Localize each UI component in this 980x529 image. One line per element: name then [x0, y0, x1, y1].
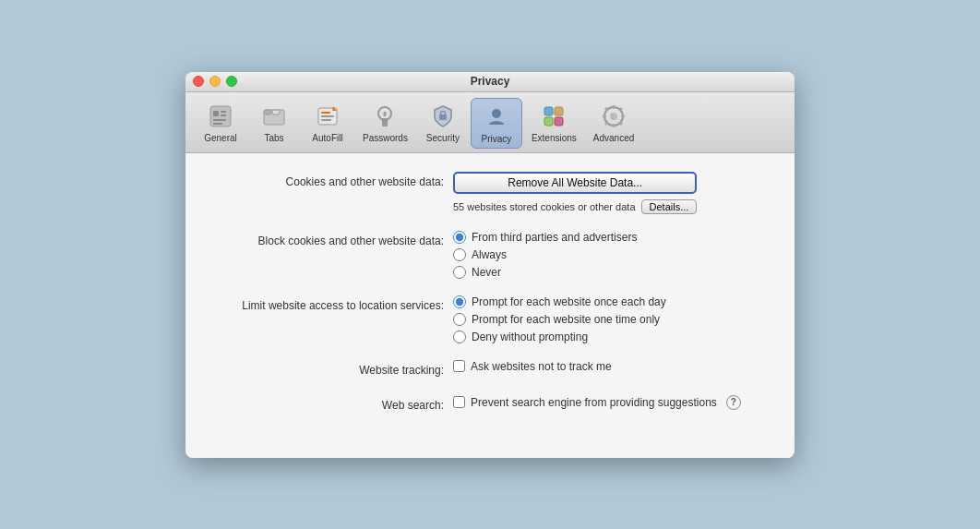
autofill-label: AutoFill: [312, 133, 342, 143]
titlebar: Privacy: [185, 72, 795, 92]
cookies-count-text: 55 websites stored cookies or other data: [453, 201, 636, 212]
svg-rect-29: [621, 114, 625, 117]
toolbar-item-autofill[interactable]: AutoFill: [302, 98, 353, 149]
websearch-label: Web search:: [213, 395, 453, 414]
window-title: Privacy: [471, 75, 510, 88]
location-prompt-day-label: Prompt for each website once each day: [472, 295, 666, 308]
cookies-label: Cookies and other website data:: [213, 172, 453, 190]
minimize-button[interactable]: [209, 76, 221, 87]
svg-rect-11: [321, 115, 334, 117]
svg-rect-26: [613, 105, 615, 109]
block-cookies-row: Block cookies and other website data: Fr…: [213, 231, 767, 279]
location-deny-option[interactable]: Deny without prompting: [453, 331, 666, 343]
traffic-lights: [193, 76, 237, 87]
toolbar: General Tabs: [185, 92, 795, 153]
svg-rect-23: [555, 117, 563, 126]
general-icon: [206, 102, 235, 131]
block-cookies-options: From third parties and advertisers Alway…: [453, 231, 637, 279]
location-prompt-once-label: Prompt for each website one time only: [472, 313, 660, 326]
tabs-label: Tabs: [264, 133, 283, 143]
svg-point-19: [492, 109, 501, 118]
toolbar-item-tabs[interactable]: Tabs: [248, 98, 300, 149]
svg-rect-5: [213, 123, 222, 125]
cookies-row: Cookies and other website data: Remove A…: [213, 172, 767, 214]
safari-preferences-window: Privacy General: [185, 72, 795, 458]
websearch-checkbox[interactable]: [453, 396, 465, 408]
general-label: General: [204, 133, 237, 143]
websearch-checkbox-text: Prevent search engine from providing sug…: [471, 396, 717, 409]
tracking-checkbox[interactable]: [453, 360, 465, 372]
maximize-button[interactable]: [226, 76, 237, 87]
toolbar-item-general[interactable]: General: [195, 98, 246, 149]
content-area: Cookies and other website data: Remove A…: [185, 153, 795, 458]
location-row: Limit website access to location service…: [213, 295, 767, 343]
details-button[interactable]: Details...: [641, 199, 698, 214]
extensions-label: Extensions: [532, 133, 577, 143]
location-prompt-once-option[interactable]: Prompt for each website one time only: [453, 313, 666, 326]
location-deny-radio[interactable]: [453, 331, 466, 343]
svg-rect-1: [213, 111, 219, 116]
tracking-row: Website tracking: Ask websites not to tr…: [213, 360, 767, 379]
block-third-parties-option[interactable]: From third parties and advertisers: [453, 231, 637, 244]
block-third-parties-radio[interactable]: [453, 231, 466, 244]
block-always-option[interactable]: Always: [453, 248, 637, 261]
security-icon: [428, 102, 458, 131]
help-icon[interactable]: ?: [726, 395, 741, 410]
svg-rect-12: [321, 119, 331, 121]
svg-rect-16: [384, 112, 387, 116]
block-never-option[interactable]: Never: [453, 266, 637, 279]
block-cookies-label: Block cookies and other website data:: [213, 231, 453, 249]
svg-rect-20: [544, 107, 553, 115]
svg-rect-10: [321, 112, 330, 114]
location-options: Prompt for each website once each day Pr…: [453, 295, 666, 343]
block-third-parties-label: From third parties and advertisers: [472, 231, 637, 244]
websearch-controls: Prevent search engine from providing sug…: [453, 395, 741, 410]
svg-rect-22: [544, 117, 553, 126]
advanced-label: Advanced: [593, 133, 634, 143]
location-prompt-day-option[interactable]: Prompt for each website once each day: [453, 295, 666, 308]
close-button[interactable]: [193, 76, 204, 87]
location-label: Limit website access to location service…: [213, 295, 453, 314]
security-label: Security: [426, 133, 460, 143]
cookies-sub-info: 55 websites stored cookies or other data…: [453, 199, 697, 214]
svg-rect-15: [382, 118, 388, 126]
toolbar-item-extensions[interactable]: Extensions: [524, 98, 584, 149]
tracking-label: Website tracking:: [213, 360, 453, 379]
toolbar-item-privacy[interactable]: Privacy: [471, 98, 522, 149]
svg-rect-4: [213, 119, 226, 121]
toolbar-item-security[interactable]: Security: [417, 98, 469, 149]
location-deny-label: Deny without prompting: [472, 331, 588, 343]
svg-rect-8: [272, 110, 280, 114]
svg-rect-2: [221, 111, 226, 113]
remove-all-website-data-button[interactable]: Remove All Website Data...: [453, 172, 697, 194]
block-never-label: Never: [472, 266, 501, 279]
svg-rect-28: [603, 114, 606, 117]
passwords-icon: [370, 102, 400, 131]
toolbar-item-passwords[interactable]: Passwords: [355, 98, 415, 149]
tracking-controls: Ask websites not to track me: [453, 360, 612, 373]
websearch-row: Web search: Prevent search engine from p…: [213, 395, 767, 414]
privacy-icon: [482, 102, 511, 132]
location-prompt-once-radio[interactable]: [453, 313, 466, 326]
toolbar-item-advanced[interactable]: Advanced: [586, 98, 641, 149]
block-always-label: Always: [472, 248, 507, 261]
tracking-checkbox-label[interactable]: Ask websites not to track me: [453, 360, 612, 373]
block-always-radio[interactable]: [453, 248, 466, 261]
privacy-label: Privacy: [482, 134, 512, 144]
block-never-radio[interactable]: [453, 266, 466, 279]
extensions-icon: [539, 102, 568, 131]
tabs-icon: [259, 102, 289, 131]
advanced-icon: [599, 102, 628, 131]
svg-rect-3: [221, 114, 226, 116]
svg-rect-21: [555, 107, 563, 115]
location-prompt-day-radio[interactable]: [453, 295, 466, 308]
passwords-label: Passwords: [363, 133, 408, 143]
svg-point-25: [610, 113, 617, 120]
autofill-icon: [313, 102, 342, 131]
websearch-checkbox-label[interactable]: Prevent search engine from providing sug…: [453, 395, 741, 410]
tracking-checkbox-text: Ask websites not to track me: [471, 360, 612, 373]
svg-rect-7: [264, 110, 271, 114]
svg-rect-27: [613, 124, 615, 127]
cookies-controls: Remove All Website Data... 55 websites s…: [453, 172, 697, 214]
